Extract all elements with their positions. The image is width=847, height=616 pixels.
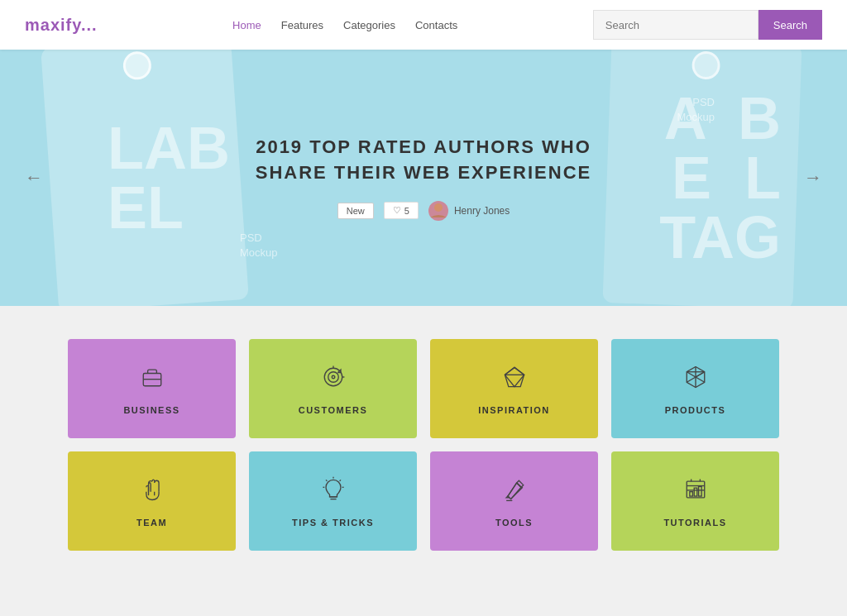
category-tips-label: TIPS & TRICKS xyxy=(292,518,374,528)
lightbulb-icon xyxy=(319,475,347,509)
svg-line-13 xyxy=(696,377,705,382)
like-icon: ♡ xyxy=(393,205,401,216)
search-button[interactable]: Search xyxy=(758,10,822,40)
hand-icon xyxy=(138,475,166,509)
search-input[interactable] xyxy=(593,10,758,40)
category-products[interactable]: PRODUCTS xyxy=(611,339,779,438)
hero-title: 2019 TOP RATED AUTHORS WHOSHARE THEIR WE… xyxy=(256,135,592,186)
logo: maxify... xyxy=(25,16,98,35)
svg-line-20 xyxy=(339,480,340,480)
nav-home[interactable]: Home xyxy=(232,19,261,31)
pencil-icon xyxy=(500,475,529,509)
nav: Home Features Categories Contacts xyxy=(232,19,457,31)
badge-new: New xyxy=(337,203,374,219)
logo-text: maxify xyxy=(25,16,81,34)
tag-decoration-right xyxy=(602,50,802,306)
category-team-label: TEAM xyxy=(136,518,167,528)
nav-features[interactable]: Features xyxy=(281,19,323,31)
hero-prev-arrow[interactable]: ← xyxy=(15,160,53,195)
svg-rect-32 xyxy=(694,488,697,496)
category-tutorials-label: TUTORIALS xyxy=(663,518,726,528)
author-avatar xyxy=(428,201,448,221)
category-inspiration[interactable]: INSPIRATION xyxy=(430,339,598,438)
header: maxify... Home Features Categories Conta… xyxy=(0,0,847,50)
category-tutorials[interactable]: TUTORIALS xyxy=(611,451,779,551)
svg-point-4 xyxy=(328,371,338,382)
category-customers-label: CUSTOMERS xyxy=(299,405,368,415)
category-customers[interactable]: CUSTOMERS xyxy=(249,339,417,438)
category-tools[interactable]: TOOLS xyxy=(430,451,598,551)
category-tips[interactable]: TIPS & TRICKS xyxy=(249,451,417,551)
nav-contacts[interactable]: Contacts xyxy=(415,19,457,31)
categories-grid: BUSINESS CUSTOMERS xyxy=(68,339,779,551)
badge-likes: ♡ 5 xyxy=(384,202,419,219)
svg-line-12 xyxy=(687,377,696,382)
hero-author: Henry Jones xyxy=(428,201,510,221)
svg-point-0 xyxy=(434,203,443,212)
search-area: Search xyxy=(593,10,822,40)
hero-next-arrow[interactable]: → xyxy=(794,160,832,195)
briefcase-icon xyxy=(138,363,166,397)
cube-icon xyxy=(682,363,710,397)
category-products-label: PRODUCTS xyxy=(665,405,726,415)
category-business-label: BUSINESS xyxy=(123,405,179,415)
diamond-icon xyxy=(500,363,529,397)
hero-content: 2019 TOP RATED AUTHORS WHOSHARE THEIR WE… xyxy=(256,135,592,221)
svg-point-5 xyxy=(332,375,335,379)
author-name: Henry Jones xyxy=(454,205,510,217)
logo-dot: ... xyxy=(81,16,98,34)
svg-marker-8 xyxy=(505,367,524,386)
category-tools-label: TOOLS xyxy=(495,518,533,528)
svg-line-21 xyxy=(326,480,327,480)
svg-rect-33 xyxy=(698,486,701,496)
tag-decoration-left xyxy=(41,50,249,306)
hero-section: LABEL A BE LTAG PSDMockup PSDMockup ← → … xyxy=(0,50,847,306)
chart-icon xyxy=(682,475,710,509)
category-business[interactable]: BUSINESS xyxy=(68,339,236,438)
like-count: 5 xyxy=(404,206,409,216)
category-inspiration-label: INSPIRATION xyxy=(478,405,550,415)
nav-categories[interactable]: Categories xyxy=(343,19,395,31)
hero-meta: New ♡ 5 Henry Jones xyxy=(256,201,592,221)
categories-section: BUSINESS CUSTOMERS xyxy=(0,306,847,592)
target-icon xyxy=(319,363,347,397)
svg-rect-31 xyxy=(689,491,692,495)
category-team[interactable]: TEAM xyxy=(68,451,236,551)
